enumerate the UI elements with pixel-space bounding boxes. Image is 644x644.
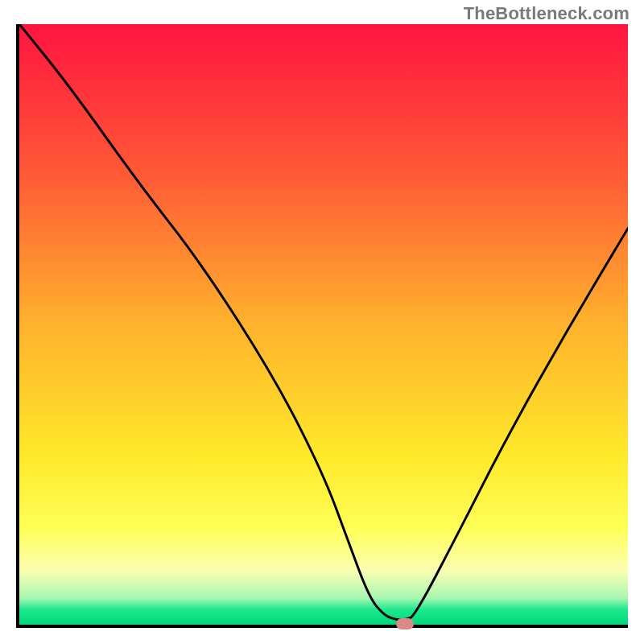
chart-container: TheBottleneck.com [0, 0, 644, 644]
plot-background [19, 24, 628, 625]
plot-frame [16, 24, 628, 628]
chart-svg [19, 24, 628, 625]
optimal-point-marker [396, 618, 414, 630]
watermark-text: TheBottleneck.com [464, 3, 630, 24]
plot-area [19, 24, 628, 625]
